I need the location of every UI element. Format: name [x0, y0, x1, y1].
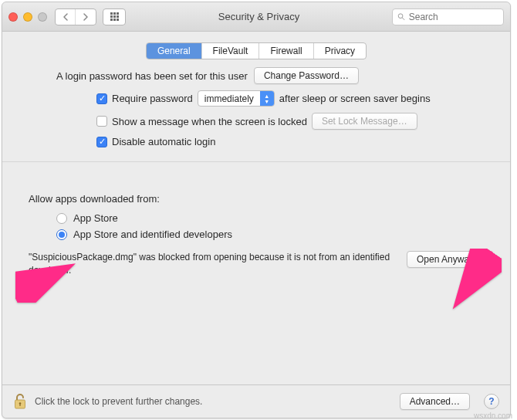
- radio-app-store-identified-label: App Store and identified developers: [73, 229, 232, 240]
- change-password-button[interactable]: Change Password…: [254, 67, 359, 84]
- allow-apps-label: Allow apps downloaded from:: [29, 193, 484, 205]
- watermark: wsxdn.com: [474, 412, 512, 420]
- radio-app-store[interactable]: [56, 213, 67, 224]
- disable-auto-login-checkbox[interactable]: [96, 137, 107, 147]
- show-all-button[interactable]: [103, 8, 126, 25]
- set-lock-message-button: Set Lock Message…: [312, 113, 417, 130]
- search-icon: [397, 12, 405, 21]
- content-area: A login password has been set for this u…: [2, 67, 510, 384]
- close-icon[interactable]: [8, 12, 18, 22]
- open-anyway-button[interactable]: Open Anyway: [407, 251, 484, 268]
- show-message-label: Show a message when the screen is locked: [112, 116, 307, 127]
- titlebar: Security & Privacy: [2, 2, 510, 32]
- require-password-delay-value: immediately: [198, 91, 260, 106]
- svg-line-1: [403, 18, 404, 19]
- require-password-delay-select[interactable]: immediately ▲▼: [198, 90, 275, 107]
- svg-point-0: [398, 14, 403, 19]
- tab-bar: General FileVault Firewall Privacy: [2, 32, 510, 67]
- lock-message: Click the lock to prevent further change…: [35, 396, 392, 407]
- require-password-checkbox[interactable]: [96, 93, 107, 104]
- login-password-set-label: A login password has been set for this u…: [56, 70, 248, 82]
- radio-app-store-label: App Store: [73, 212, 118, 224]
- window-controls: [8, 12, 47, 22]
- svg-rect-4: [19, 404, 20, 406]
- forward-button[interactable]: [76, 9, 96, 25]
- back-button[interactable]: [56, 9, 76, 25]
- after-sleep-label: after sleep or screen saver begins: [279, 93, 431, 104]
- tab-filevault[interactable]: FileVault: [202, 43, 260, 59]
- tab-privacy[interactable]: Privacy: [314, 43, 366, 59]
- search-field[interactable]: [392, 8, 504, 25]
- disable-auto-login-label: Disable automatic login: [112, 136, 215, 147]
- radio-app-store-identified[interactable]: [56, 229, 67, 240]
- require-password-label: Require password: [112, 93, 193, 104]
- lock-icon[interactable]: [13, 393, 27, 410]
- blocked-app-message: "SuspiciousPackage.dmg" was blocked from…: [29, 251, 396, 277]
- footer: Click the lock to prevent further change…: [2, 384, 510, 418]
- chevron-updown-icon: ▲▼: [260, 91, 274, 106]
- minimize-icon[interactable]: [23, 12, 32, 22]
- tab-general[interactable]: General: [147, 43, 202, 59]
- advanced-button[interactable]: Advanced…: [400, 393, 470, 410]
- zoom-icon[interactable]: [38, 12, 47, 22]
- show-message-checkbox[interactable]: [96, 116, 107, 127]
- nav-back-forward[interactable]: [55, 8, 96, 25]
- tab-firewall[interactable]: Firewall: [259, 43, 313, 59]
- window-title: Security & Privacy: [126, 11, 392, 22]
- help-button[interactable]: ?: [484, 394, 499, 409]
- search-input[interactable]: [409, 12, 498, 22]
